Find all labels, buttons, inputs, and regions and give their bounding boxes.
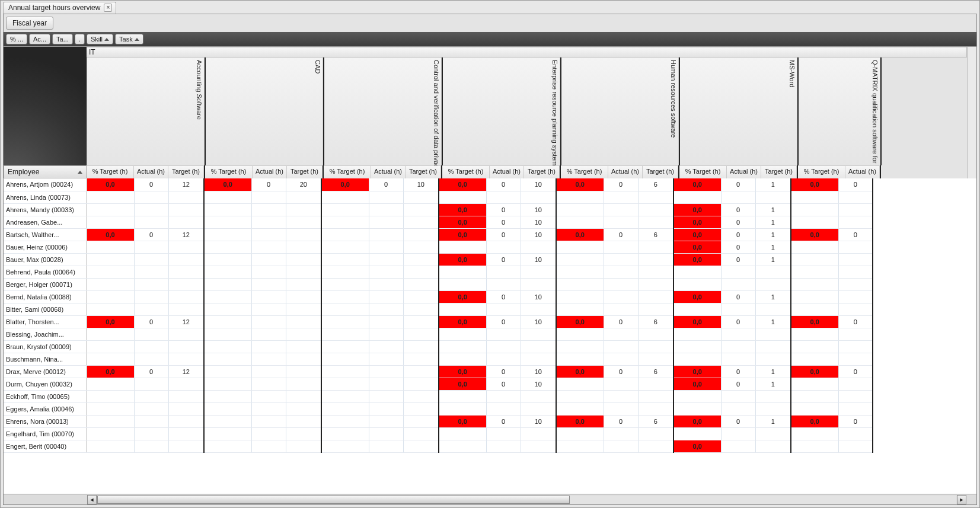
pct-target-cell[interactable] xyxy=(321,203,369,216)
target-cell[interactable] xyxy=(638,402,673,415)
target-cell[interactable] xyxy=(638,390,673,402)
skill-column-group[interactable]: CAD xyxy=(206,57,324,165)
pct-target-cell[interactable]: 0,0 xyxy=(556,365,604,378)
target-cell[interactable] xyxy=(403,203,439,216)
scroll-right-icon[interactable]: ► xyxy=(957,495,966,504)
filter-dot[interactable]: . xyxy=(75,34,85,44)
actual-cell[interactable] xyxy=(604,328,638,340)
subcolumn-header[interactable]: % Target (h) xyxy=(442,165,490,178)
actual-cell[interactable] xyxy=(251,440,286,452)
actual-cell[interactable] xyxy=(134,191,168,203)
pct-target-cell[interactable] xyxy=(556,290,604,303)
pct-target-cell[interactable]: 0,0 xyxy=(439,415,486,427)
subcolumn-header[interactable]: Actual (h) xyxy=(608,165,643,178)
skill-column-group[interactable]: Human resources software xyxy=(561,57,680,165)
actual-cell[interactable] xyxy=(486,278,521,290)
pct-target-cell[interactable]: 0,0 xyxy=(673,365,721,378)
target-cell[interactable]: 6 xyxy=(638,365,673,378)
actual-cell[interactable]: 0 xyxy=(604,178,638,191)
pct-target-cell[interactable] xyxy=(791,241,838,253)
pct-target-cell[interactable] xyxy=(556,241,604,253)
actual-cell[interactable]: 0 xyxy=(486,178,521,191)
target-cell[interactable] xyxy=(168,340,204,353)
pct-target-cell[interactable] xyxy=(556,340,604,353)
filter-percent[interactable]: % ... xyxy=(6,34,27,44)
target-cell[interactable] xyxy=(638,303,673,315)
table-row[interactable]: Ehrens, Nora (00013)0,00100,0060,0010,00 xyxy=(4,415,873,427)
pct-target-cell[interactable] xyxy=(87,402,134,415)
pct-target-cell[interactable] xyxy=(673,266,721,278)
target-cell[interactable]: 10 xyxy=(521,228,556,241)
actual-cell[interactable]: 0 xyxy=(721,365,755,378)
employee-cell[interactable]: Bauer, Max (00028) xyxy=(4,253,87,266)
actual-cell[interactable] xyxy=(251,290,286,303)
employee-cell[interactable]: Behrend, Paula (00064) xyxy=(4,266,87,278)
actual-cell[interactable] xyxy=(604,427,638,440)
target-cell[interactable] xyxy=(638,266,673,278)
pct-target-cell[interactable]: 0,0 xyxy=(87,178,134,191)
target-cell[interactable] xyxy=(286,241,321,253)
table-row[interactable]: Eckhoff, Timo (00065) xyxy=(4,390,873,402)
actual-cell[interactable] xyxy=(369,191,403,203)
pct-target-cell[interactable] xyxy=(87,290,134,303)
pct-target-cell[interactable] xyxy=(87,440,134,452)
employee-cell[interactable]: Engert, Berit (00040) xyxy=(4,440,87,452)
target-cell[interactable] xyxy=(755,266,791,278)
pct-target-cell[interactable] xyxy=(556,278,604,290)
actual-cell[interactable]: 0 xyxy=(721,203,755,216)
subcolumn-header[interactable]: Target (h) xyxy=(406,165,441,178)
target-cell[interactable]: 10 xyxy=(521,365,556,378)
target-cell[interactable] xyxy=(638,216,673,228)
pct-target-cell[interactable] xyxy=(87,303,134,315)
table-row[interactable]: Durm, Chuyen (00032)0,00100,001 xyxy=(4,378,873,390)
horizontal-scrollbar[interactable]: ◄ ► xyxy=(4,494,976,504)
target-cell[interactable] xyxy=(755,390,791,402)
pct-target-cell[interactable] xyxy=(321,402,369,415)
target-cell[interactable]: 1 xyxy=(755,290,791,303)
actual-cell[interactable] xyxy=(251,203,286,216)
target-cell[interactable] xyxy=(168,353,204,365)
pct-target-cell[interactable] xyxy=(791,303,838,315)
pct-target-cell[interactable]: 0,0 xyxy=(791,178,838,191)
pct-target-cell[interactable] xyxy=(321,415,369,427)
actual-cell[interactable] xyxy=(838,290,873,303)
pct-target-cell[interactable] xyxy=(87,353,134,365)
target-cell[interactable] xyxy=(286,253,321,266)
target-cell[interactable] xyxy=(403,378,439,390)
actual-cell[interactable] xyxy=(369,390,403,402)
grid-body[interactable]: Ahrens, Artjom (00024)0,00120,00200,0010… xyxy=(4,178,976,494)
pct-target-cell[interactable] xyxy=(791,266,838,278)
actual-cell[interactable] xyxy=(838,266,873,278)
actual-cell[interactable] xyxy=(604,340,638,353)
actual-cell[interactable] xyxy=(134,415,168,427)
actual-cell[interactable] xyxy=(721,427,755,440)
employee-column-header[interactable]: Employee xyxy=(4,165,87,178)
pct-target-cell[interactable] xyxy=(321,216,369,228)
actual-cell[interactable] xyxy=(721,340,755,353)
pct-target-cell[interactable] xyxy=(321,290,369,303)
pct-target-cell[interactable] xyxy=(204,203,251,216)
pct-target-cell[interactable]: 0,0 xyxy=(556,228,604,241)
target-cell[interactable] xyxy=(286,191,321,203)
skill-column-group[interactable]: Enterprise resource planning system xyxy=(443,57,561,165)
target-cell[interactable] xyxy=(638,241,673,253)
pct-target-cell[interactable] xyxy=(791,378,838,390)
target-cell[interactable] xyxy=(521,328,556,340)
skill-column-group[interactable]: Control and verification of data privacy xyxy=(324,57,443,165)
actual-cell[interactable] xyxy=(838,390,873,402)
pct-target-cell[interactable]: 0,0 xyxy=(439,315,486,328)
employee-cell[interactable]: Drax, Merve (00012) xyxy=(4,365,87,378)
target-cell[interactable] xyxy=(286,427,321,440)
target-cell[interactable]: 1 xyxy=(755,315,791,328)
actual-cell[interactable] xyxy=(721,191,755,203)
employee-cell[interactable]: Bitter, Sami (00068) xyxy=(4,303,87,315)
target-cell[interactable] xyxy=(755,353,791,365)
target-cell[interactable] xyxy=(403,241,439,253)
actual-cell[interactable] xyxy=(604,241,638,253)
actual-cell[interactable] xyxy=(251,216,286,228)
actual-cell[interactable] xyxy=(134,340,168,353)
pct-target-cell[interactable] xyxy=(556,402,604,415)
employee-cell[interactable]: Buschmann, Nina... xyxy=(4,353,87,365)
close-icon[interactable]: × xyxy=(104,4,112,12)
target-cell[interactable] xyxy=(755,328,791,340)
